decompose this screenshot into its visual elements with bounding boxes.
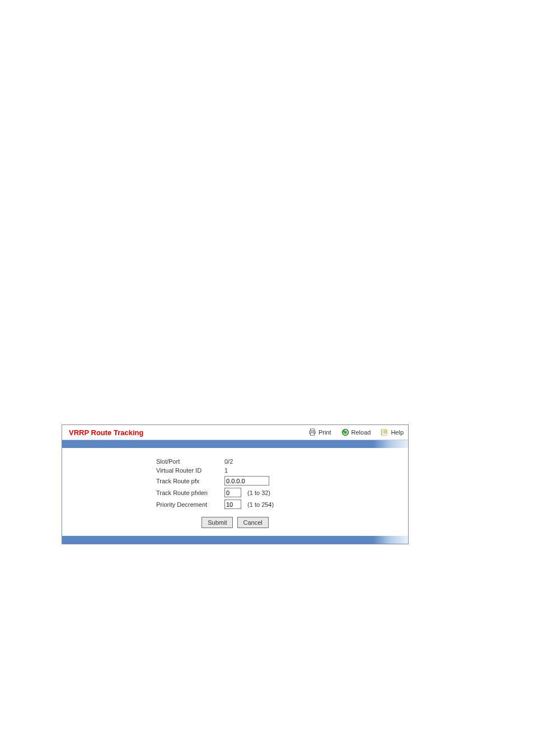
svg-rect-2	[310, 433, 314, 435]
svg-point-3	[314, 431, 315, 432]
submit-button[interactable]: Submit	[202, 517, 233, 528]
form-table: Slot/Port 0/2 Virtual Router ID 1 Track …	[153, 456, 317, 511]
button-row: Submit Cancel	[62, 517, 408, 528]
bottom-divider-bar	[62, 536, 408, 544]
cancel-button[interactable]: Cancel	[237, 517, 269, 528]
printer-icon	[308, 428, 316, 436]
priority-decrement-input[interactable]	[224, 500, 241, 509]
panel-header: VRRP Route Tracking Print	[62, 425, 408, 440]
reload-button[interactable]: Reload	[341, 428, 371, 436]
header-actions: Print Reload	[308, 428, 404, 436]
value-virtual-router-id: 1	[221, 467, 317, 474]
print-label: Print	[318, 429, 331, 436]
reload-icon	[341, 428, 349, 436]
row-virtual-router-id: Virtual Router ID 1	[153, 467, 317, 474]
help-button[interactable]: ? Help	[381, 428, 404, 436]
row-track-route-pfxlen: Track Route pfxlen (1 to 32)	[153, 488, 317, 497]
svg-rect-0	[310, 429, 314, 431]
top-divider-bar	[62, 440, 408, 448]
hint-track-route-pfxlen: (1 to 32)	[247, 489, 270, 496]
row-slot-port: Slot/Port 0/2	[153, 458, 317, 465]
help-label: Help	[391, 429, 404, 436]
form-area: Slot/Port 0/2 Virtual Router ID 1 Track …	[62, 448, 408, 536]
track-route-pfxlen-input[interactable]	[224, 488, 241, 497]
label-virtual-router-id: Virtual Router ID	[153, 467, 221, 474]
help-icon: ?	[381, 428, 388, 436]
label-track-route-pfx: Track Route pfx	[153, 476, 221, 486]
vrrp-route-tracking-panel: VRRP Route Tracking Print	[62, 424, 409, 544]
row-priority-decrement: Priority Decrement (1 to 254)	[153, 500, 317, 509]
track-route-pfx-input[interactable]	[224, 476, 269, 486]
reload-label: Reload	[352, 429, 371, 436]
svg-text:?: ?	[385, 431, 386, 433]
row-track-route-pfx: Track Route pfx	[153, 476, 317, 486]
hint-priority-decrement: (1 to 254)	[247, 501, 274, 508]
label-slot-port: Slot/Port	[153, 458, 221, 465]
value-slot-port: 0/2	[221, 458, 317, 465]
print-button[interactable]: Print	[308, 428, 331, 436]
page-title: VRRP Route Tracking	[69, 428, 308, 437]
label-track-route-pfxlen: Track Route pfxlen	[153, 488, 221, 497]
label-priority-decrement: Priority Decrement	[153, 500, 221, 509]
